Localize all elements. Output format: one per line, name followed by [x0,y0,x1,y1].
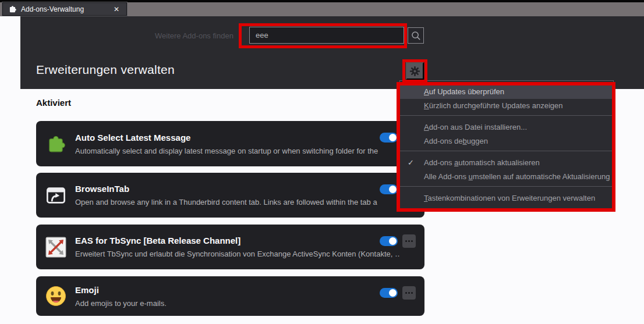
addon-name: BrowseInTab [75,184,399,194]
more-options-button[interactable] [402,286,416,300]
tab-close-icon[interactable]: ✕ [112,5,121,13]
tab-title: Add-ons-Verwaltung [21,5,84,13]
addon-enable-toggle[interactable] [380,184,398,194]
addon-text: Auto Select Latest Message Automatically… [75,133,399,155]
toggle-knob [389,237,397,245]
addon-description: Open and browse any link in a Thunderbir… [75,198,399,206]
addon-text: BrowseInTab Open and browse any link in … [75,184,399,206]
emoji-face-icon [45,286,66,307]
search-button[interactable] [408,27,424,44]
addon-name: Emoji [75,285,399,295]
addon-card-browseintab[interactable]: BrowseInTab Open and browse any link in … [36,173,424,218]
addon-card-emoji[interactable]: Emoji Add emojis to your e-mails. [36,276,424,316]
tab-bar: Add-ons-Verwaltung ✕ [0,2,644,16]
toggle-knob [389,289,397,297]
annotation-dropdown-menu [397,82,615,212]
annotation-gear-button [402,59,427,83]
addon-card-auto-select-latest-message[interactable]: Auto Select Latest Message Automatically… [36,121,424,166]
toggle-knob [389,186,397,193]
addon-enable-toggle[interactable] [380,236,398,246]
window-arrow-icon [45,185,66,206]
addon-card-eas-for-tbsync[interactable]: EAS for TbSync [Beta Release Channel] Er… [36,225,424,269]
search-icon [411,30,421,41]
tab-addons-manager[interactable]: Add-ons-Verwaltung ✕ [2,2,127,16]
addon-name: EAS for TbSync [Beta Release Channel] [75,236,399,245]
annotation-search-box [239,23,407,48]
addon-description: Add emojis to your e-mails. [75,299,399,308]
addon-name: Auto Select Latest Message [75,133,399,143]
addon-enable-toggle[interactable] [380,288,398,298]
sync-arrows-icon [45,237,66,258]
addon-text: Emoji Add emojis to your e-mails. [75,285,399,308]
addon-description: Erweitert TbSync und erlaubt die Synchro… [75,250,399,258]
more-options-button[interactable] [402,234,416,248]
addon-description: Automatically select and display latest … [75,147,399,155]
puzzle-icon [8,5,17,13]
search-label: Weitere Add-ons finden [155,31,233,40]
addon-text: EAS for TbSync [Beta Release Channel] Er… [75,236,399,258]
toggle-knob [389,134,397,141]
page-title: Erweiterungen verwalten [36,63,175,77]
green-puzzle-icon [45,133,66,154]
enabled-section-heading: Aktiviert [36,98,71,108]
addon-enable-toggle[interactable] [380,133,398,143]
